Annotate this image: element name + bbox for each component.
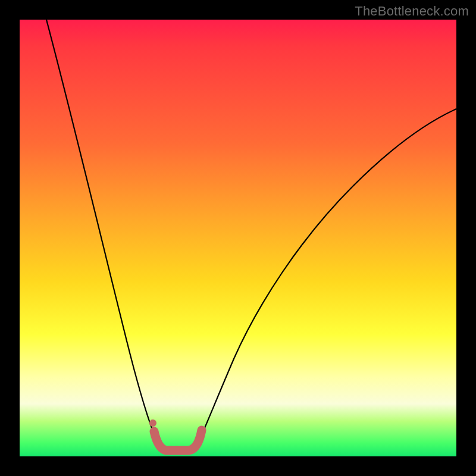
bottleneck-curve	[20, 20, 456, 456]
watermark-text: TheBottleneck.com	[355, 4, 469, 19]
plot-area	[20, 20, 456, 456]
curve-right-branch	[197, 109, 456, 446]
valley-highlight-dot	[149, 419, 156, 427]
valley-highlight	[154, 430, 202, 450]
chart-frame: TheBottleneck.com	[0, 0, 476, 476]
curve-left-branch	[46, 20, 159, 446]
